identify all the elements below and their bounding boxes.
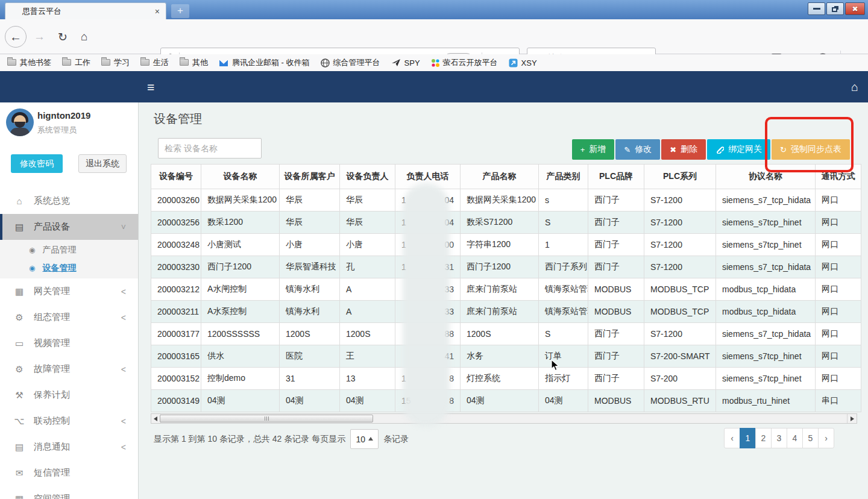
强制同步点表-button[interactable]: ↻强制同步点表 (772, 139, 850, 160)
window-restore-button[interactable] (826, 2, 844, 15)
table-cell: 200003149 (151, 390, 201, 412)
bookmark-item[interactable]: 生活 (140, 57, 169, 68)
pagination-page-3[interactable]: 3 (771, 428, 787, 448)
sidebar-item-空间管理[interactable]: ▦空间管理 (0, 486, 138, 499)
window-minimize-button[interactable] (808, 2, 825, 15)
table-cell: 1200S (461, 323, 539, 345)
button-label: 删除 (681, 144, 697, 155)
bookmark-item[interactable]: SPY (391, 58, 420, 67)
table-cell: 串口 (816, 390, 861, 412)
table-row[interactable]: 200003256数采1200华辰华辰104数采S71200S西门子S7-120… (151, 212, 861, 234)
sidebar-item-系统总览[interactable]: ⌂系统总览 (0, 188, 138, 214)
sidebar-item-消息通知[interactable]: ▤消息通知˂ (0, 434, 138, 460)
pagination-page-4[interactable]: 4 (787, 428, 803, 448)
绑定网关-button[interactable]: 绑定网关 (707, 139, 770, 160)
reload-button[interactable]: ↻ (58, 30, 68, 43)
scroll-right-arrow[interactable] (847, 414, 857, 423)
table-row[interactable]: 200003152控制demo311318灯控系统指示灯西门子S7-200sie… (151, 368, 861, 390)
pagination-page-5[interactable]: 5 (802, 428, 819, 448)
table-row[interactable]: 2000031771200SSSSSS1200S1200S881200SS西门子… (151, 323, 861, 345)
table-cell: S7-200 (644, 368, 716, 390)
table-cell: modbus_rtu_hinet (716, 390, 816, 412)
username: hignton2019 (37, 110, 90, 121)
sidebar-item-网关管理[interactable]: ▦网关管理˂ (0, 278, 138, 304)
horizontal-scrollbar[interactable] (151, 413, 857, 424)
sidebar-item-联动控制[interactable]: ⌥联动控制˂ (0, 408, 138, 434)
table-cell: MODBUS (588, 278, 644, 301)
tab-close-icon[interactable]: × (155, 7, 160, 16)
sidebar-subitem-设备管理[interactable]: ◉设备管理 (0, 259, 138, 277)
sidebar-item-短信管理[interactable]: ✉短信管理 (0, 460, 138, 486)
sidebar-item-视频管理[interactable]: ▭视频管理 (0, 330, 138, 356)
table-cell: 西门子 (588, 256, 644, 278)
bookmark-item[interactable]: XSY (509, 58, 537, 67)
bookmark-item[interactable]: 工作 (62, 57, 90, 68)
sidebar-subitem-产品管理[interactable]: ◉产品管理 (0, 241, 138, 259)
sidebar-item-产品设备[interactable]: ▤产品设备˅ (0, 214, 138, 240)
pagination-page-2[interactable]: 2 (755, 428, 772, 448)
table-cell: siemens_s7_tcp_hidata (716, 256, 816, 278)
device-search-input[interactable] (158, 138, 262, 158)
bookmark-item[interactable]: 腾讯企业邮箱 - 收件箱 (219, 57, 310, 68)
bookmark-item[interactable]: 综合管理平台 (321, 57, 380, 68)
new-tab-button[interactable]: + (171, 4, 189, 18)
bookmark-item[interactable]: 学习 (101, 57, 130, 68)
table-cell: A水闸控制 (201, 278, 280, 301)
pagination-prev[interactable]: ‹ (724, 428, 740, 448)
新增-button[interactable]: +新增 (572, 139, 615, 160)
sidebar-collapse-icon[interactable]: ≡ (147, 80, 154, 95)
browser-tab[interactable]: 思普云平台 × (5, 2, 166, 19)
folder-icon (101, 58, 110, 67)
table-cell: 200003230 (151, 256, 201, 278)
table-row[interactable]: 200003211A水泵控制镇海水利A33庶来门前泵站镇海泵站管理MODBUSM… (151, 301, 861, 323)
table-summary: 显示第 1 到第 10 条记录，总共 42 条记录 每页显示 10 条记录 (154, 429, 409, 449)
window-close-button[interactable]: ✖ (845, 2, 865, 15)
forward-button[interactable]: → (34, 30, 45, 43)
back-button[interactable]: ← (5, 26, 27, 48)
pagination-next[interactable]: › (818, 428, 834, 448)
table-cell: 网口 (816, 189, 861, 212)
plus-icon: + (580, 145, 585, 154)
folder-icon (7, 58, 16, 67)
table-cell: 订单 (539, 345, 588, 368)
table-cell: 1200S (340, 323, 395, 345)
sidebar-item-label: 消息通知 (34, 441, 70, 453)
table-cell: 王 (340, 345, 395, 368)
table-row[interactable]: 200003165供水医院王41水务订单西门子S7-200-SMARTsieme… (151, 345, 861, 368)
pagination-page-1[interactable]: 1 (740, 428, 756, 448)
refresh-icon: ↻ (780, 145, 787, 154)
home-button[interactable]: ⌂ (81, 30, 87, 43)
sidebar-item-label: 保养计划 (34, 389, 70, 401)
删除-button[interactable]: ✖删除 (661, 139, 706, 160)
sidebar-item-组态管理[interactable]: ⚙组态管理˂ (0, 304, 138, 330)
chevron-left-icon: ˂ (121, 365, 126, 374)
table-row[interactable]: 200003230西门子1200华辰智通科技孔131西门子1200西门子系列西门… (151, 256, 861, 278)
gateway-icon: ▦ (13, 494, 25, 499)
table-row[interactable]: 200003248小唐测试小唐小唐100字符串12001西门子S7-1200si… (151, 234, 861, 256)
table-cell: 小唐测试 (201, 234, 280, 256)
table-cell: 控制demo (201, 368, 280, 390)
bookmark-item[interactable]: 其他书签 (7, 57, 51, 68)
table-cell: 华辰 (280, 189, 340, 212)
logout-button[interactable]: 退出系统 (78, 154, 127, 173)
gears-icon: ⚙ (13, 364, 25, 375)
page-size-select[interactable]: 10 (350, 429, 379, 449)
sidebar-item-故障管理[interactable]: ⚙故障管理˂ (0, 356, 138, 382)
app-home-icon[interactable]: ⌂ (851, 80, 858, 94)
bookmark-item[interactable]: 萤石云开放平台 (431, 57, 498, 68)
button-label: 新增 (589, 144, 606, 155)
change-password-button[interactable]: 修改密码 (11, 154, 63, 173)
修改-button[interactable]: ✎修改 (615, 139, 660, 160)
bookmark-item[interactable]: 其他 (180, 57, 208, 68)
pagination: ‹12345› (724, 428, 834, 448)
table-row[interactable]: 20000314904测04测04测15804测04测MODBUSMODBUS_… (151, 390, 861, 412)
folder-icon (140, 58, 149, 67)
table-row[interactable]: 200003260数据网关采集1200华辰华辰104数据网关采集1200s西门子… (151, 189, 861, 212)
scrollbar-thumb[interactable] (160, 415, 373, 422)
table-row[interactable]: 200003212A水闸控制镇海水利A33庶来门前泵站镇海泵站管理MODBUSM… (151, 278, 861, 301)
xsy-icon (509, 58, 518, 67)
table-cell: siemens_s7tcp_hinet (716, 368, 816, 390)
sidebar-item-保养计划[interactable]: ⚒保养计划 (0, 382, 138, 408)
bookmark-label: 学习 (114, 57, 130, 68)
table-cell: s (539, 189, 588, 212)
